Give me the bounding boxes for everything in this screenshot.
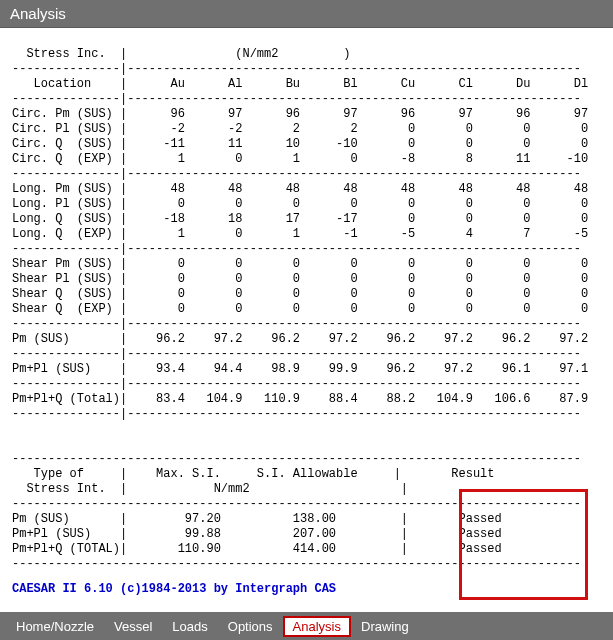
data-row: Long. Q (EXP) | 1 0 1 -1 -5 4 7 -5 — [12, 227, 588, 241]
header-trunc: Stress Inc. | (N/mm2 ) — [12, 47, 350, 61]
separator: ---------------|------------------------… — [12, 347, 581, 361]
window-title: Analysis — [10, 5, 66, 22]
data-row: Circ. Pm (SUS) | 96 97 96 97 96 97 96 97 — [12, 107, 588, 121]
summary-header: Type of | Max. S.I. S.I. Allowable | Res… — [12, 467, 494, 481]
data-row: Shear Pl (SUS) | 0 0 0 0 0 0 0 0 — [12, 272, 588, 286]
data-row: Long. Pm (SUS) | 48 48 48 48 48 48 48 48 — [12, 182, 588, 196]
summary-row: Pm+Pl+Q (TOTAL)| 110.90 414.00 | Passed — [12, 542, 502, 556]
separator: ---------------|------------------------… — [12, 317, 581, 331]
separator: ---------------|------------------------… — [12, 242, 581, 256]
tab-loads[interactable]: Loads — [162, 616, 217, 637]
column-header: Location | Au Al Bu Bl Cu Cl Du Dl — [12, 77, 588, 91]
blank — [12, 422, 19, 436]
separator: ---------------|------------------------… — [12, 62, 581, 76]
data-row: Long. Q (SUS) | -18 18 17 -17 0 0 0 0 — [12, 212, 588, 226]
separator: ----------------------------------------… — [12, 452, 581, 466]
separator: ---------------|------------------------… — [12, 167, 581, 181]
tab-analysis[interactable]: Analysis — [283, 616, 351, 637]
data-row: Circ. Pl (SUS) | -2 -2 2 2 0 0 0 0 — [12, 122, 588, 136]
separator: ---------------|------------------------… — [12, 92, 581, 106]
total-row: Pm+Pl+Q (Total)| 83.4 104.9 110.9 88.4 8… — [12, 392, 588, 406]
tab-options[interactable]: Options — [218, 616, 283, 637]
data-row: Circ. Q (EXP) | 1 0 1 0 -8 8 11 -10 — [12, 152, 588, 166]
separator: ---------------|------------------------… — [12, 377, 581, 391]
summary-header: Stress Int. | N/mm2 | — [12, 482, 408, 496]
tab-vessel[interactable]: Vessel — [104, 616, 162, 637]
separator: ----------------------------------------… — [12, 557, 581, 571]
data-row: Long. Pl (SUS) | 0 0 0 0 0 0 0 0 — [12, 197, 588, 211]
data-row: Shear Q (SUS) | 0 0 0 0 0 0 0 0 — [12, 287, 588, 301]
report-content: Stress Inc. | (N/mm2 ) ---------------|-… — [0, 28, 613, 612]
data-row: Shear Pm (SUS) | 0 0 0 0 0 0 0 0 — [12, 257, 588, 271]
blank — [12, 437, 19, 451]
total-row: Pm+Pl (SUS) | 93.4 94.4 98.9 99.9 96.2 9… — [12, 362, 588, 376]
summary-row: Pm (SUS) | 97.20 138.00 | Passed — [12, 512, 502, 526]
tab-drawing[interactable]: Drawing — [351, 616, 419, 637]
separator: ----------------------------------------… — [12, 497, 581, 511]
tab-home-nozzle[interactable]: Home/Nozzle — [6, 616, 104, 637]
summary-row: Pm+Pl (SUS) | 99.88 207.00 | Passed — [12, 527, 502, 541]
version-footer: CAESAR II 6.10 (c)1984-2013 by Intergrap… — [12, 582, 607, 597]
bottom-tab-bar: Home/Nozzle Vessel Loads Options Analysi… — [0, 612, 613, 640]
window-titlebar: Analysis — [0, 0, 613, 28]
data-row: Shear Q (EXP) | 0 0 0 0 0 0 0 0 — [12, 302, 588, 316]
data-row: Circ. Q (SUS) | -11 11 10 -10 0 0 0 0 — [12, 137, 588, 151]
separator: ---------------|------------------------… — [12, 407, 581, 421]
total-row: Pm (SUS) | 96.2 97.2 96.2 97.2 96.2 97.2… — [12, 332, 588, 346]
